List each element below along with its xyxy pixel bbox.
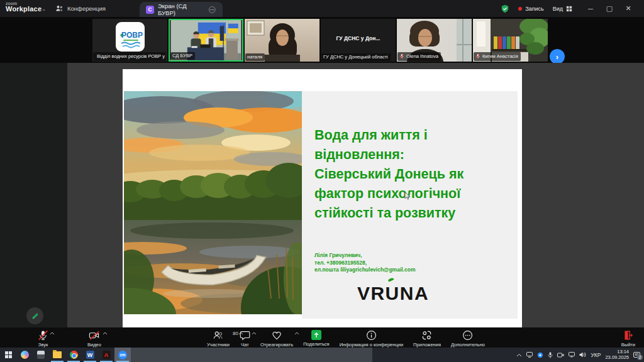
acrobat-icon: A bbox=[103, 351, 111, 359]
participant-tile-sd-buvr[interactable]: СД БУВР bbox=[169, 19, 243, 62]
toolbar-left-group: Звук Видео bbox=[38, 327, 101, 348]
leave-button[interactable]: Выйти bbox=[621, 327, 635, 348]
share-screen-icon bbox=[311, 330, 321, 340]
participant-name-text: ГУ ДСНС у Донецькій області bbox=[323, 55, 388, 60]
participant-tile-dsns[interactable]: ГУ ДСНС у Дон... ГУ ДСНС у Донецькій обл… bbox=[321, 19, 396, 62]
grid-view-icon bbox=[566, 6, 572, 12]
chat-label: Чат bbox=[241, 342, 248, 348]
more-button[interactable]: Дополнительно bbox=[451, 327, 485, 348]
chrome-button[interactable] bbox=[65, 348, 82, 362]
word-button[interactable]: W bbox=[82, 348, 98, 362]
participant-tile-kygym[interactable]: Кигим Анастасія bbox=[473, 19, 548, 62]
chevron-down-icon[interactable]: ⌄ bbox=[42, 6, 47, 12]
display-tray-icon[interactable] bbox=[526, 352, 533, 358]
share-screen-button[interactable]: Поделиться bbox=[303, 327, 329, 348]
participant-filmstrip: РОВР Відділ водних ресурсів РОВР у ... bbox=[0, 17, 644, 63]
camera-tray-icon[interactable] bbox=[557, 353, 564, 358]
lake-boat-photo bbox=[124, 91, 302, 314]
tab-more-icon[interactable] bbox=[208, 6, 216, 14]
tab-screen-share[interactable]: C Экран (СД БУВР) bbox=[140, 2, 223, 17]
chevron-up-icon[interactable] bbox=[294, 332, 299, 335]
slide-text-panel: Вода для життя і відновлення: Сіверський… bbox=[302, 91, 518, 319]
presentation-slide: Вода для життя і відновлення: Сіверський… bbox=[123, 69, 522, 327]
view-button[interactable]: Вид bbox=[553, 6, 572, 12]
chevron-up-icon[interactable] bbox=[252, 332, 257, 335]
participant-name-label: СД БУВР bbox=[170, 52, 195, 60]
apps-icon bbox=[422, 330, 433, 341]
onedrive-tray-icon[interactable] bbox=[537, 352, 543, 358]
info-icon bbox=[366, 330, 377, 341]
participant-name-text: Кигим Анастасія bbox=[482, 54, 518, 59]
video-label: Видео bbox=[87, 342, 101, 348]
next-participants-button[interactable]: › bbox=[550, 49, 565, 64]
volume-tray-icon[interactable] bbox=[579, 352, 586, 358]
maximize-button[interactable]: ▢ bbox=[600, 0, 619, 17]
window-controls: ─ ▢ ✕ bbox=[581, 0, 638, 17]
vruna-logo-part3: NA bbox=[400, 283, 429, 304]
audio-label: Звук bbox=[38, 342, 48, 348]
video-button[interactable]: Видео bbox=[87, 327, 101, 348]
chat-button[interactable]: Чат bbox=[240, 327, 250, 348]
security-shield-icon[interactable] bbox=[501, 4, 509, 13]
close-button[interactable]: ✕ bbox=[619, 0, 638, 17]
audio-button[interactable]: Звук bbox=[38, 327, 48, 348]
participants-button[interactable]: 80 Участники bbox=[207, 327, 230, 348]
chevron-up-icon[interactable] bbox=[103, 332, 108, 335]
tab-conference[interactable]: Конференция bbox=[49, 0, 112, 17]
react-button[interactable]: Отреагировать bbox=[260, 327, 293, 348]
tray-date: 23.09.2025 bbox=[605, 354, 629, 360]
participant-name-text: СД БУВР bbox=[172, 53, 192, 58]
notification-center-button[interactable]: 2 bbox=[633, 352, 640, 358]
more-label: Дополнительно bbox=[451, 342, 485, 348]
file-explorer-button[interactable] bbox=[49, 348, 65, 362]
camera-muted-icon bbox=[89, 330, 100, 341]
hidden-icons-chevron[interactable] bbox=[516, 353, 522, 357]
participant-tile-rovr[interactable]: РОВР Відділ водних ресурсів РОВР у ... bbox=[92, 19, 167, 62]
language-indicator[interactable]: УКР bbox=[591, 352, 601, 358]
slide-title: Вода для життя і відновлення: Сіверський… bbox=[314, 126, 513, 223]
zoom-titlebar: zoom Workplace ⌄ Конференция C Экран (СД… bbox=[0, 0, 644, 17]
meeting-info-button[interactable]: Информация о конференции bbox=[340, 327, 403, 348]
participant-name-label: Olena Ihnatova bbox=[397, 52, 441, 61]
zoom-app-button[interactable]: zm bbox=[114, 348, 131, 362]
zoom-app-icon: zm bbox=[118, 351, 127, 359]
annotate-button[interactable] bbox=[26, 307, 43, 324]
recording-label: Запись bbox=[525, 6, 544, 12]
contact-name: Лілія Гричулевич, bbox=[314, 252, 415, 260]
contact-phone: тел. +380963195528, bbox=[314, 260, 415, 267]
minimize-button[interactable]: ─ bbox=[581, 0, 600, 17]
toolbar-center-group: 80 Участники Чат Отреагировать Поделитьс… bbox=[207, 327, 485, 348]
mic-tray-icon[interactable] bbox=[548, 352, 553, 358]
recording-indicator[interactable]: Запись bbox=[518, 6, 544, 12]
acrobat-button[interactable]: A bbox=[98, 348, 114, 362]
copilot-icon bbox=[21, 351, 29, 359]
apps-label: Приложения bbox=[413, 342, 441, 348]
app3-button[interactable] bbox=[33, 348, 49, 362]
taskbar-app3-icon bbox=[37, 351, 45, 359]
system-tray: УКР 13:14 23.09.2025 2 bbox=[516, 348, 644, 362]
mouse-cursor bbox=[404, 192, 411, 200]
slide-title-line: Вода для життя і bbox=[314, 126, 513, 145]
slide-title-line: фактор психологічної bbox=[314, 184, 513, 204]
taskbar-highlight-strip bbox=[121, 348, 372, 362]
network-tray-icon[interactable] bbox=[569, 352, 575, 358]
chat-icon bbox=[240, 330, 250, 341]
apps-button[interactable]: Приложения bbox=[413, 327, 441, 348]
start-button[interactable] bbox=[0, 348, 16, 362]
chevron-up-icon[interactable] bbox=[50, 332, 55, 335]
participants-icon bbox=[213, 330, 224, 341]
slide-title-line: відновлення: bbox=[314, 145, 513, 165]
speaker-contact-info: Лілія Гричулевич, тел. +380963195528, ел… bbox=[314, 252, 415, 274]
vruna-logo-part2: U bbox=[386, 283, 400, 304]
leave-door-icon bbox=[623, 330, 633, 341]
recording-dot-icon bbox=[518, 7, 522, 11]
participant-tile-natalia[interactable]: наталя bbox=[245, 19, 319, 62]
clock[interactable]: 13:14 23.09.2025 bbox=[605, 349, 629, 360]
participant-tile-olena[interactable]: Olena Ihnatova bbox=[397, 19, 472, 62]
chrome-icon bbox=[70, 351, 78, 359]
zoom-workplace-logo: zoom Workplace bbox=[6, 1, 42, 13]
notification-count-badge: 2 bbox=[637, 354, 643, 360]
copilot-button[interactable] bbox=[16, 348, 33, 362]
share-label: Поделиться bbox=[303, 341, 329, 347]
participant-name-label: ГУ ДСНС у Донецькій області bbox=[321, 53, 391, 62]
